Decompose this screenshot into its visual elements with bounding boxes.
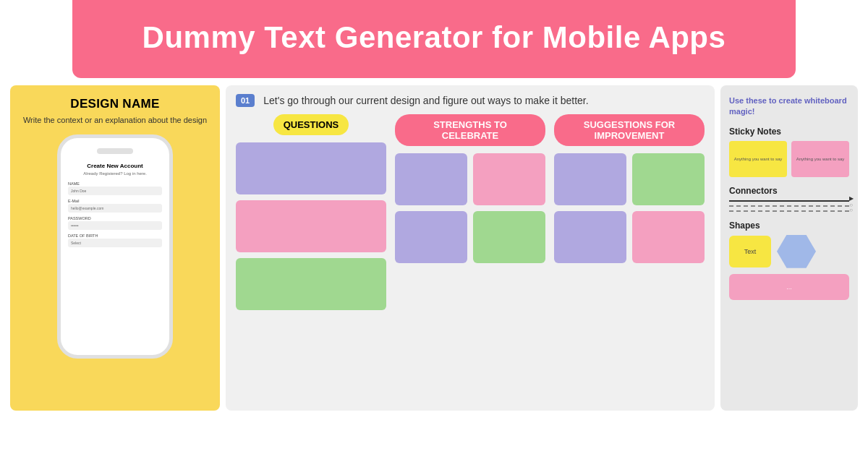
shape-rect-label: Text [744,248,757,255]
column-suggestions: SUGGESTIONS FOR IMPROVEMENT [554,114,705,402]
whiteboard-description: Let's go through our current design and … [263,95,588,106]
questions-sticky-grid [236,142,386,402]
mini-sticky-text: Anything you want to say [795,155,846,163]
sticky-row [554,153,705,205]
col-label-suggestions: SUGGESTIONS FOR IMPROVEMENT [554,114,705,146]
shape-wide-label: ... [786,283,792,291]
whiteboard-header: 01 Let's go through our current design a… [236,94,705,107]
sticky-note [473,153,545,205]
header-banner: Dummy Text Generator for Mobile Apps [72,0,796,78]
sticky-row [236,258,386,310]
sidebar-tip: Use these to create whiteboard magic! [729,95,849,118]
sticky-note [236,142,386,194]
shape-rectangle: Text [729,236,771,267]
sticky-notes-title: Sticky Notes [729,127,849,137]
shape-hexagon [777,235,816,268]
sticky-row [395,211,545,263]
sidebar-shapes-section: Shapes Text ... [729,220,849,300]
slide-number: 01 [236,94,255,107]
sticky-note [236,200,386,252]
sticky-note [554,153,626,205]
sticky-note [632,153,705,205]
connector-dashed-circle [729,205,849,207]
phone-field-email: E-Mail hello@example.com [68,199,162,213]
shapes-title: Shapes [729,220,849,231]
phone-field-dob: DATE OF BIRTH Select [68,234,162,247]
phone-mockup: Create New Account Already Registered? L… [57,134,173,359]
shapes-preview-row: Text [729,235,849,268]
connectors-preview [729,200,849,212]
connector-solid [729,200,849,202]
sticky-note [554,211,626,263]
left-panel: DESIGN NAME Write the context or an expl… [10,85,220,411]
column-questions: QUESTIONS [236,114,386,402]
strengths-sticky-grid [395,153,545,402]
shapes-wide-row: ... [729,274,849,300]
design-desc-label: Write the context or an explanation abou… [23,116,207,124]
sticky-row [395,153,545,205]
main-content: DESIGN NAME Write the context or an expl… [0,78,868,411]
phone-field-password: PASSWORD •••••• [68,216,162,230]
sticky-note [395,211,467,263]
phone-notch [97,148,133,154]
sticky-note [236,258,386,310]
columns-container: QUESTIONS STRENGTHS TO CELEBRATE [236,114,705,402]
mini-sticky-yellow: Anything you want to say [729,141,787,177]
mini-sticky-text: Anything you want to say [733,155,784,163]
connector-dashed-circle2 [729,210,849,212]
col-label-strengths: STRENGTHS TO CELEBRATE [395,114,545,146]
sticky-note [395,153,467,205]
sticky-row [236,200,386,252]
shape-wide: ... [729,274,849,300]
column-strengths: STRENGTHS TO CELEBRATE [395,114,545,402]
mini-sticky-pink: Anything you want to say [791,141,849,177]
connectors-title: Connectors [729,186,849,196]
page-title: Dummy Text Generator for Mobile Apps [72,20,796,55]
phone-field-name: NAME John Doe [68,181,162,195]
sticky-row [554,211,705,263]
sticky-note [473,211,545,263]
suggestions-sticky-grid [554,153,705,402]
col-label-questions: QUESTIONS [273,114,349,135]
sticky-row [236,142,386,194]
whiteboard-panel: 01 Let's go through our current design a… [226,85,715,411]
design-name-label: DESIGN NAME [70,97,159,111]
right-sidebar: Use these to create whiteboard magic! St… [720,85,858,411]
phone-form-title: Create New Account [68,163,162,169]
sticky-notes-preview-row: Anything you want to say Anything you wa… [729,141,849,177]
sidebar-connectors-section: Connectors [729,186,849,212]
sidebar-sticky-notes-section: Sticky Notes Anything you want to say An… [729,127,849,177]
phone-form-sub: Already Registered? Log in here. [68,171,162,176]
sticky-note [632,211,705,263]
